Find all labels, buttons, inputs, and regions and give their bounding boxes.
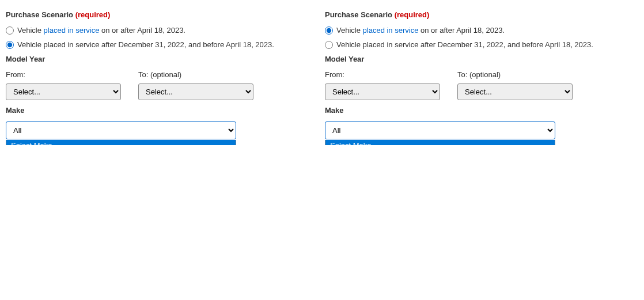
radio-label-1: Vehicle placed in service on or after Ap… bbox=[336, 26, 505, 35]
dropdown-option[interactable]: Select Make bbox=[325, 140, 555, 145]
left-panel: Purchase Scenario (required) Vehicle pla… bbox=[6, 6, 319, 139]
make-select[interactable]: All bbox=[325, 121, 555, 139]
purchase-scenario-header: Purchase Scenario (required) bbox=[6, 10, 319, 19]
from-year-column: From: Select... bbox=[325, 70, 440, 100]
purchase-scenario-header: Purchase Scenario (required) bbox=[325, 10, 638, 19]
scenario-radio-1[interactable]: Vehicle placed in service on or after Ap… bbox=[325, 26, 638, 35]
radio-label-1: Vehicle placed in service on or after Ap… bbox=[17, 26, 185, 35]
radio-input-1[interactable] bbox=[6, 26, 14, 35]
scenario-radio-1[interactable]: Vehicle placed in service on or after Ap… bbox=[6, 26, 319, 35]
from-year-column: From: Select... bbox=[6, 70, 121, 100]
radio-input-2[interactable] bbox=[6, 41, 14, 49]
model-year-header: Model Year bbox=[325, 55, 638, 63]
radio-input-2[interactable] bbox=[325, 41, 333, 49]
dropdown-option[interactable]: Select Make bbox=[6, 140, 236, 145]
right-panel: Purchase Scenario (required) Vehicle pla… bbox=[325, 6, 638, 139]
make-select-wrapper: All Select MakeAllBMWCadillacChevroletCh… bbox=[325, 121, 555, 139]
to-year-column: To: (optional) Select... bbox=[138, 70, 253, 100]
radio-label-2: Vehicle placed in service after December… bbox=[336, 40, 593, 49]
from-label: From: bbox=[325, 70, 440, 79]
scenario-radio-2[interactable]: Vehicle placed in service after December… bbox=[6, 40, 319, 49]
from-year-select[interactable]: Select... bbox=[325, 83, 440, 100]
make-header: Make bbox=[325, 106, 638, 115]
make-select-wrapper: All Select MakeAllAudiBMWCadillacChevrol… bbox=[6, 121, 236, 139]
make-header: Make bbox=[6, 106, 319, 115]
to-label: To: (optional) bbox=[457, 70, 573, 79]
make-dropdown-list-left[interactable]: Select MakeAllAudiBMWCadillacChevroletCh… bbox=[6, 140, 236, 145]
radio-input-1[interactable] bbox=[325, 26, 333, 35]
model-year-header: Model Year bbox=[6, 55, 319, 63]
make-dropdown-list-right[interactable]: Select MakeAllBMWCadillacChevroletChrysl… bbox=[325, 140, 555, 145]
from-label: From: bbox=[6, 70, 121, 79]
to-year-select[interactable]: Select... bbox=[457, 83, 573, 100]
from-year-select[interactable]: Select... bbox=[6, 83, 121, 100]
to-label: To: (optional) bbox=[138, 70, 253, 79]
scenario-radio-2[interactable]: Vehicle placed in service after December… bbox=[325, 40, 638, 49]
radio-label-2: Vehicle placed in service after December… bbox=[17, 40, 274, 49]
make-select[interactable]: All bbox=[6, 121, 236, 139]
to-year-column: To: (optional) Select... bbox=[457, 70, 573, 100]
to-year-select[interactable]: Select... bbox=[138, 83, 253, 100]
